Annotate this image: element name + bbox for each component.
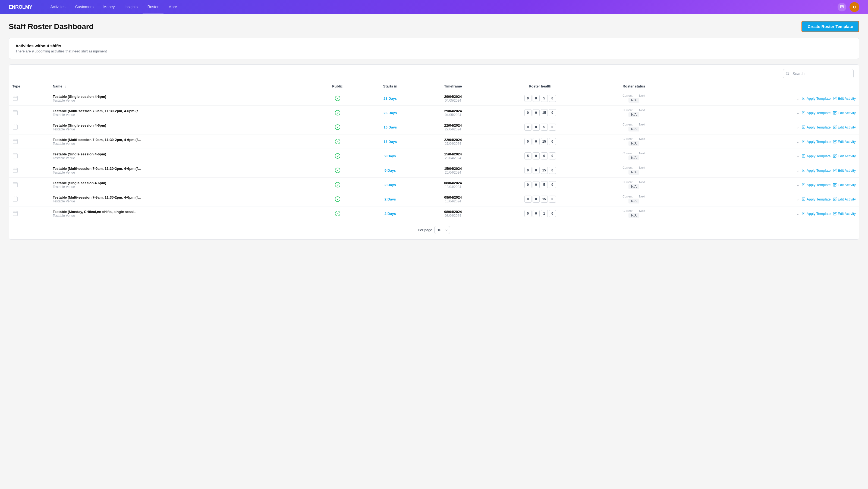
- table-row: Testable (Monday, Critical,no shifts, si…: [9, 207, 859, 221]
- apply-template-button[interactable]: Apply Template: [802, 96, 831, 100]
- cell-public: [314, 207, 362, 221]
- health-badge: 0: [549, 181, 556, 188]
- public-check-icon: [317, 110, 358, 116]
- svg-rect-34: [13, 153, 18, 158]
- sort-icon[interactable]: ↓: [64, 84, 66, 88]
- health-badge: 15: [541, 138, 548, 145]
- svg-line-1: [788, 74, 789, 75]
- apply-template-button[interactable]: Apply Template: [802, 183, 831, 187]
- cell-type: [9, 192, 50, 207]
- cell-starts-in: 16 Days: [362, 120, 419, 134]
- activity-venue: Testable Venue: [53, 142, 310, 146]
- user-avatar[interactable]: U: [849, 2, 859, 12]
- cell-type: [9, 163, 50, 178]
- actions-cell: ⌄ Apply Template Edit Activity: [678, 154, 856, 158]
- search-input[interactable]: [783, 69, 854, 78]
- chevron-down-icon[interactable]: ⌄: [796, 96, 800, 100]
- edit-activity-button[interactable]: Edit Activity: [833, 125, 856, 129]
- health-badge: 0: [533, 95, 540, 102]
- roster-status: Current Next N/A: [596, 137, 671, 146]
- edit-activity-button[interactable]: Edit Activity: [833, 96, 856, 100]
- per-page-select[interactable]: 10 25 50 100: [434, 226, 450, 234]
- apply-template-button[interactable]: Apply Template: [802, 154, 831, 158]
- svg-rect-10: [13, 110, 18, 115]
- apply-template-icon: [802, 154, 806, 158]
- public-check-icon: [317, 182, 358, 188]
- chevron-down-icon[interactable]: ⌄: [796, 140, 800, 144]
- cell-starts-in: 9 Days: [362, 149, 419, 163]
- nav-item-roster[interactable]: Roster: [143, 0, 163, 14]
- svg-rect-50: [13, 182, 18, 187]
- actions-cell: ⌄ Apply Template Edit Activity: [678, 197, 856, 201]
- cell-health: 5000: [487, 149, 593, 163]
- table-row: Testable (Single session 4-6pm)Testable …: [9, 149, 859, 163]
- page-content: Staff Roster Dashboard Create Roster Tem…: [0, 14, 868, 246]
- cell-name: Testable (Multi-session 7-9am, 11:30-2pm…: [50, 106, 313, 120]
- timeframe-start: 22/04/2024: [422, 138, 484, 142]
- current-label: Current: [622, 137, 632, 141]
- edit-activity-button[interactable]: Edit Activity: [833, 111, 856, 115]
- apply-template-button[interactable]: Apply Template: [802, 169, 831, 173]
- nav-item-money[interactable]: Money: [98, 0, 120, 14]
- status-value: N/A: [628, 141, 639, 146]
- edit-activity-button[interactable]: Edit Activity: [833, 169, 856, 173]
- chevron-down-icon[interactable]: ⌄: [796, 154, 800, 158]
- chevron-down-icon[interactable]: ⌄: [796, 211, 800, 216]
- edit-activity-button[interactable]: Edit Activity: [833, 197, 856, 201]
- col-timeframe: Timeframe: [419, 82, 487, 91]
- cell-type: [9, 106, 50, 120]
- nav-item-more[interactable]: More: [163, 0, 182, 14]
- apply-template-button[interactable]: Apply Template: [802, 125, 831, 129]
- nav-item-customers[interactable]: Customers: [70, 0, 99, 14]
- current-label: Current: [622, 180, 632, 184]
- health-badge: 0: [549, 210, 556, 217]
- edit-activity-button[interactable]: Edit Activity: [833, 212, 856, 216]
- apply-template-button[interactable]: Apply Template: [802, 111, 831, 115]
- inbox-icon[interactable]: [838, 3, 846, 11]
- status-value: N/A: [628, 127, 639, 131]
- status-value: N/A: [628, 155, 639, 160]
- chevron-down-icon[interactable]: ⌄: [796, 168, 800, 173]
- logo[interactable]: ENROLMY: [9, 4, 32, 10]
- status-labels: Current Next: [622, 123, 645, 126]
- cell-starts-in: 2 Days: [362, 207, 419, 221]
- actions-cell: ⌄ Apply Template Edit Activity: [678, 183, 856, 187]
- table-header-row: Type Name ↓ Public Starts in Timeframe R…: [9, 82, 859, 91]
- activity-venue: Testable Venue: [53, 156, 310, 160]
- alert-text: There are 9 upcoming activities that nee…: [16, 49, 852, 53]
- edit-activity-button[interactable]: Edit Activity: [833, 140, 856, 144]
- timeframe-end: 27/04/2024: [422, 142, 484, 146]
- chevron-down-icon[interactable]: ⌄: [796, 125, 800, 129]
- timeframe-start: 15/04/2024: [422, 166, 484, 171]
- activity-type-icon: [12, 210, 18, 216]
- edit-activity-button[interactable]: Edit Activity: [833, 154, 856, 158]
- chevron-down-icon[interactable]: ⌄: [796, 197, 800, 201]
- cell-public: [314, 91, 362, 106]
- starts-in-value: 2 Days: [384, 212, 396, 216]
- current-label: Current: [622, 209, 632, 212]
- cell-status: Current Next N/A: [593, 149, 675, 163]
- apply-template-button[interactable]: Apply Template: [802, 197, 831, 201]
- cell-actions: ⌄ Apply Template Edit Activity: [675, 134, 859, 149]
- nav-item-activities[interactable]: Activities: [45, 0, 70, 14]
- nav-item-insights[interactable]: Insights: [120, 0, 142, 14]
- cell-starts-in: 23 Days: [362, 106, 419, 120]
- health-badge: 0: [533, 167, 540, 174]
- chevron-down-icon[interactable]: ⌄: [796, 111, 800, 115]
- table-row: Testable (Multi-session 7-9am, 11:30-2pm…: [9, 163, 859, 178]
- edit-activity-button[interactable]: Edit Activity: [833, 183, 856, 187]
- edit-activity-icon: [833, 169, 837, 172]
- cell-timeframe: 22/04/202427/04/2024: [419, 134, 487, 149]
- col-type: Type: [9, 82, 50, 91]
- apply-template-button[interactable]: Apply Template: [802, 140, 831, 144]
- chevron-down-icon[interactable]: ⌄: [796, 183, 800, 187]
- apply-template-button[interactable]: Apply Template: [802, 212, 831, 216]
- cell-status: Current Next N/A: [593, 134, 675, 149]
- create-roster-template-button[interactable]: Create Roster Template: [802, 21, 859, 32]
- health-badge: 0: [533, 124, 540, 131]
- health-badges: 0050: [490, 181, 590, 188]
- next-label: Next: [639, 180, 645, 184]
- starts-in-value: 9 Days: [384, 154, 396, 158]
- col-roster-status: Roster status: [593, 82, 675, 91]
- cell-public: [314, 106, 362, 120]
